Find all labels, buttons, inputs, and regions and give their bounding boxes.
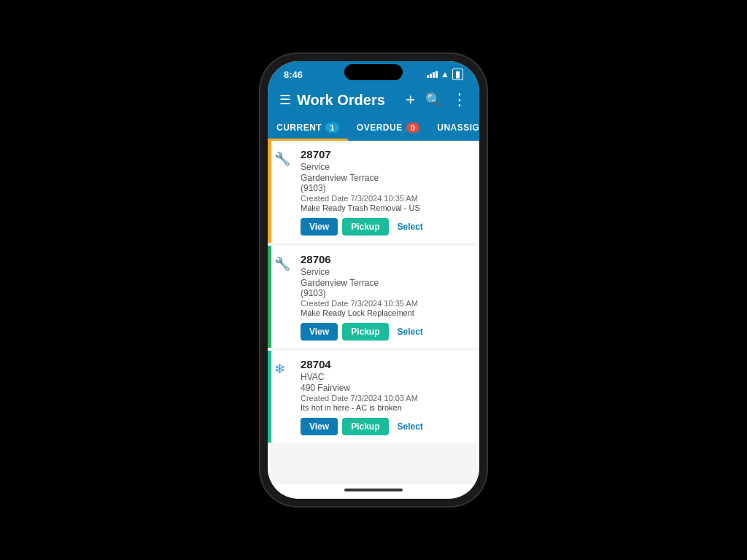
view-button-28704[interactable]: View — [301, 418, 338, 435]
status-time: 8:46 — [284, 69, 303, 80]
search-icon[interactable]: 🔍 — [425, 92, 441, 108]
wo-desc-28706: Make Ready Lock Replacement — [301, 308, 472, 317]
wo-type-28707: Service — [301, 162, 472, 172]
dynamic-island — [344, 64, 403, 80]
card-actions-28707: View Pickup Select — [301, 218, 472, 236]
wrench-icon-28706: 🔧 — [274, 256, 290, 272]
wo-type-28706: Service — [301, 267, 472, 277]
card-icon-area-28704: ❄ — [271, 351, 298, 443]
select-button-28704[interactable]: Select — [393, 418, 427, 435]
wo-number-28704: 28704 — [301, 358, 472, 370]
work-order-card-28706: 🔧 28706 Service Gardenview Terrace (9103… — [268, 246, 479, 348]
phone-screen: 8:46 ▲ ▮ Work Orders + 🔍 ⋮ — [268, 61, 479, 499]
tab-current-label: CURRENT — [276, 122, 322, 133]
add-icon[interactable]: + — [406, 90, 415, 109]
work-orders-list: 🔧 28707 Service Gardenview Terrace (9103… — [268, 141, 479, 484]
tab-unassigned[interactable]: UNASSIGNED 27 — [428, 117, 479, 141]
wo-date-28707: Created Date 7/3/2024 10:35 AM — [301, 194, 472, 203]
work-order-card-28704: ❄ 28704 HVAC 490 Fairview Created Date 7… — [268, 351, 479, 443]
card-body-28706: 28706 Service Gardenview Terrace (9103) … — [298, 246, 479, 348]
wo-desc-28704: Its hot in here - AC is broken — [301, 403, 472, 412]
card-actions-28706: View Pickup Select — [301, 323, 472, 341]
tab-current[interactable]: CURRENT 1 — [268, 117, 348, 141]
tab-overdue-badge: 0 — [406, 122, 420, 133]
more-options-icon[interactable]: ⋮ — [452, 90, 468, 109]
tab-overdue-label: OVERDUE — [357, 122, 403, 133]
view-button-28707[interactable]: View — [301, 218, 338, 236]
status-icons: ▲ ▮ — [427, 69, 463, 80]
wo-desc-28707: Make Ready Trash Removal - US — [301, 203, 472, 212]
page-title: Work Orders — [297, 92, 406, 109]
view-button-28706[interactable]: View — [301, 323, 338, 341]
card-icon-area-28706: 🔧 — [271, 246, 298, 348]
tab-bar: CURRENT 1 OVERDUE 0 UNASSIGNED 27 — [268, 117, 479, 141]
header-actions: + 🔍 ⋮ — [406, 90, 468, 109]
menu-icon[interactable] — [279, 92, 291, 108]
wrench-icon-28707: 🔧 — [274, 151, 290, 167]
home-indicator — [268, 484, 479, 499]
card-body-28704: 28704 HVAC 490 Fairview Created Date 7/3… — [298, 351, 479, 443]
wo-number-28707: 28707 — [301, 148, 472, 160]
wo-type-28704: HVAC — [301, 372, 472, 382]
wo-date-28706: Created Date 7/3/2024 10:35 AM — [301, 299, 472, 308]
app-header: Work Orders + 🔍 ⋮ — [268, 85, 479, 117]
wo-location-28704: 490 Fairview — [301, 383, 472, 393]
tab-unassigned-label: UNASSIGNED — [437, 122, 479, 133]
card-actions-28704: View Pickup Select — [301, 418, 472, 435]
wo-location-28707: Gardenview Terrace (9103) — [301, 173, 472, 193]
work-order-card-28707: 🔧 28707 Service Gardenview Terrace (9103… — [268, 141, 479, 243]
select-button-28707[interactable]: Select — [393, 218, 427, 236]
tab-overdue[interactable]: OVERDUE 0 — [348, 117, 428, 141]
phone-frame: 8:46 ▲ ▮ Work Orders + 🔍 ⋮ — [260, 54, 487, 506]
card-body-28707: 28707 Service Gardenview Terrace (9103) … — [298, 141, 479, 243]
tab-current-badge: 1 — [325, 122, 339, 133]
battery-icon: ▮ — [452, 69, 463, 80]
select-button-28706[interactable]: Select — [393, 323, 427, 341]
card-icon-area-28707: 🔧 — [271, 141, 298, 243]
wo-number-28706: 28706 — [301, 253, 472, 265]
signal-icon — [427, 71, 438, 78]
pickup-button-28704[interactable]: Pickup — [342, 418, 388, 435]
wo-date-28704: Created Date 7/3/2024 10:03 AM — [301, 394, 472, 402]
hvac-icon-28704: ❄ — [274, 361, 285, 377]
home-bar — [344, 489, 403, 491]
pickup-button-28707[interactable]: Pickup — [342, 218, 388, 236]
wifi-icon: ▲ — [441, 69, 449, 79]
pickup-button-28706[interactable]: Pickup — [342, 323, 388, 341]
wo-location-28706: Gardenview Terrace (9103) — [301, 278, 472, 298]
